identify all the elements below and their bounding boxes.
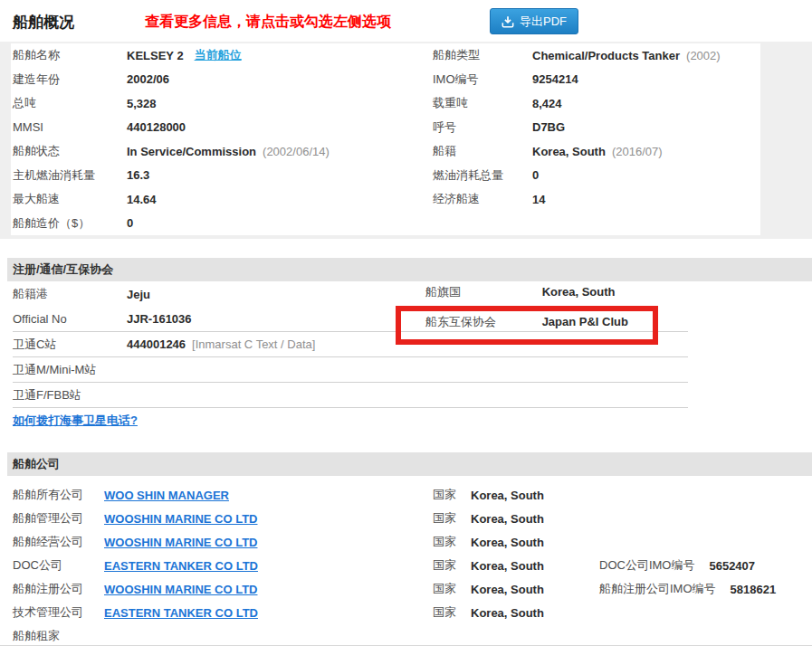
field-label: 船舶状态 bbox=[13, 143, 127, 159]
download-icon bbox=[502, 15, 514, 28]
field-value: In Service/Commission bbox=[127, 145, 256, 158]
field-label: 呼号 bbox=[433, 119, 532, 136]
table-row: 船舶造价（$） 0 bbox=[11, 212, 760, 236]
current-position-link[interactable]: 当前船位 bbox=[195, 47, 242, 63]
table-row: 建造年份 2002/06 IMO编号 9254214 bbox=[11, 68, 760, 92]
field-label: 船籍 bbox=[433, 143, 532, 159]
bottom-divider bbox=[0, 645, 812, 646]
field-value: 8,424 bbox=[532, 97, 562, 110]
company-link[interactable]: WOOSHIN MARINE CO LTD bbox=[104, 512, 257, 526]
table-row: 最大船速 14.64 经济船速 14 bbox=[11, 187, 760, 212]
field-value: 0 bbox=[127, 216, 133, 230]
country-label: 国家 bbox=[433, 581, 471, 597]
field-label: 经济船速 bbox=[433, 191, 532, 207]
table-row: 如何拨打海事卫星电话? bbox=[13, 408, 688, 433]
table-row: 船舶名称 KELSEY 2 当前船位 船舶类型 Chemical/Product… bbox=[11, 43, 760, 68]
field-label: 船旗国 bbox=[425, 284, 539, 300]
table-row: 船舶管理公司 WOOSHIN MARINE CO LTD 国家 Korea, S… bbox=[0, 507, 812, 530]
field-label: 船东互保协会 bbox=[425, 314, 539, 330]
ship-overview-page: 船舶概况 查看更多信息，请点击或勾选左侧选项 导出PDF 船舶名称 KELSEY… bbox=[0, 0, 812, 665]
imo-number-value: 5652407 bbox=[709, 559, 755, 573]
export-pdf-button[interactable]: 导出PDF bbox=[490, 8, 578, 34]
field-note: (2002/06/14) bbox=[263, 145, 330, 158]
field-label: 船舶租家 bbox=[13, 628, 104, 644]
table-row: 主机燃油消耗量 16.3 燃油消耗总量 0 bbox=[11, 164, 760, 188]
field-value: 9254214 bbox=[532, 72, 578, 86]
field-value: Chemical/Products Tanker bbox=[532, 49, 680, 62]
flag-state-row: 船旗国 Korea, South bbox=[425, 284, 616, 300]
table-row: 船舶所有公司 WOO SHIN MANAGER 国家 Korea, South bbox=[0, 483, 812, 507]
registration-rows: 船籍港 Jeju Official No JJR-161036 卫通C站 444… bbox=[13, 281, 688, 433]
field-label: Official No bbox=[13, 312, 127, 326]
field-label: IMO编号 bbox=[433, 71, 532, 88]
notice-text: 查看更多信息，请点击或勾选左侧选项 bbox=[145, 13, 391, 32]
field-label: 船舶管理公司 bbox=[13, 510, 104, 527]
table-row: 船舶经营公司 WOOSHIN MARINE CO LTD 国家 Korea, S… bbox=[0, 530, 812, 554]
satellite-phone-help-link[interactable]: 如何拨打海事卫星电话? bbox=[13, 413, 138, 429]
table-row: 卫通M/Mini-M站 bbox=[13, 357, 688, 383]
field-note: [Inmarsat C Text / Data] bbox=[192, 337, 315, 351]
country-label: 国家 bbox=[433, 557, 471, 574]
table-row: 总吨 5,328 载重吨 8,424 bbox=[11, 91, 760, 116]
section-header-companies: 船舶公司 bbox=[7, 452, 812, 476]
table-row: 船舶注册公司 WOOSHIN MARINE CO LTD 国家 Korea, S… bbox=[0, 577, 812, 601]
field-label: 船舶名称 bbox=[13, 47, 127, 63]
table-row: DOC公司 EASTERN TANKER CO LTD 国家 Korea, So… bbox=[0, 554, 812, 577]
country-label: 国家 bbox=[433, 487, 471, 503]
company-link[interactable]: EASTERN TANKER CO LTD bbox=[104, 559, 258, 573]
country-value: Korea, South bbox=[471, 606, 599, 620]
field-value: Jeju bbox=[127, 288, 150, 301]
imo-number-label: 船舶注册公司IMO编号 bbox=[599, 581, 716, 597]
field-value: KELSEY 2 bbox=[127, 49, 184, 62]
country-label: 国家 bbox=[433, 604, 471, 621]
field-label: 总吨 bbox=[13, 95, 127, 111]
field-label: 技术管理公司 bbox=[13, 604, 104, 621]
country-value: Korea, South bbox=[471, 559, 599, 573]
imo-number-label: DOC公司IMO编号 bbox=[599, 557, 694, 574]
country-label: 国家 bbox=[433, 534, 471, 550]
field-note: (2002) bbox=[686, 49, 721, 62]
field-label: 船舶类型 bbox=[433, 47, 532, 63]
field-value: Korea, South bbox=[542, 285, 616, 299]
country-value: Korea, South bbox=[471, 583, 599, 596]
table-row: 卫通C站 444001246 [Inmarsat C Text / Data] bbox=[13, 332, 688, 357]
field-value: Korea, South bbox=[532, 145, 606, 158]
field-label: 最大船速 bbox=[13, 191, 127, 207]
field-value: 444001246 bbox=[127, 337, 186, 351]
table-row: 技术管理公司 EASTERN TANKER CO LTD 国家 Korea, S… bbox=[0, 601, 812, 624]
field-value: 0 bbox=[532, 168, 539, 182]
field-value: 440128000 bbox=[127, 120, 186, 134]
field-label: DOC公司 bbox=[13, 557, 104, 574]
country-value: Korea, South bbox=[471, 489, 599, 502]
field-label: 卫通M/Mini-M站 bbox=[13, 362, 127, 378]
field-value: D7BG bbox=[532, 120, 565, 134]
company-link[interactable]: EASTERN TANKER CO LTD bbox=[104, 606, 258, 620]
field-label: 船舶所有公司 bbox=[13, 487, 104, 503]
company-rows: 船舶所有公司 WOO SHIN MANAGER 国家 Korea, South … bbox=[0, 483, 812, 648]
field-label: 建造年份 bbox=[13, 71, 127, 88]
field-label: 载重吨 bbox=[433, 95, 532, 111]
field-label: 船籍港 bbox=[13, 286, 127, 302]
table-row: MMSI 440128000 呼号 D7BG bbox=[11, 116, 760, 140]
field-value: 14.64 bbox=[127, 193, 157, 206]
field-label: 船舶造价（$） bbox=[13, 215, 127, 232]
field-note: (2016/07) bbox=[612, 145, 663, 158]
company-link[interactable]: WOOSHIN MARINE CO LTD bbox=[104, 536, 257, 549]
field-value: JJR-161036 bbox=[127, 312, 192, 326]
field-label: 主机燃油消耗量 bbox=[13, 167, 127, 184]
page-title: 船舶概况 bbox=[13, 12, 74, 33]
field-label: 船舶注册公司 bbox=[13, 581, 104, 597]
overview-block: 船舶名称 KELSEY 2 当前船位 船舶类型 Chemical/Product… bbox=[0, 42, 812, 239]
company-link[interactable]: WOOSHIN MARINE CO LTD bbox=[104, 583, 257, 596]
field-value: 5,328 bbox=[127, 97, 157, 110]
export-pdf-label: 导出PDF bbox=[520, 14, 567, 30]
country-value: Korea, South bbox=[471, 512, 599, 526]
field-label: 卫通C站 bbox=[13, 337, 127, 353]
company-link[interactable]: WOO SHIN MANAGER bbox=[104, 489, 229, 502]
field-label: MMSI bbox=[13, 120, 127, 134]
table-row: 船舶状态 In Service/Commission (2002/06/14) … bbox=[11, 139, 760, 164]
field-label: 卫通F/FBB站 bbox=[13, 387, 127, 404]
field-label: 燃油消耗总量 bbox=[433, 167, 532, 184]
field-value: 16.3 bbox=[127, 168, 149, 182]
country-label: 国家 bbox=[433, 510, 471, 527]
